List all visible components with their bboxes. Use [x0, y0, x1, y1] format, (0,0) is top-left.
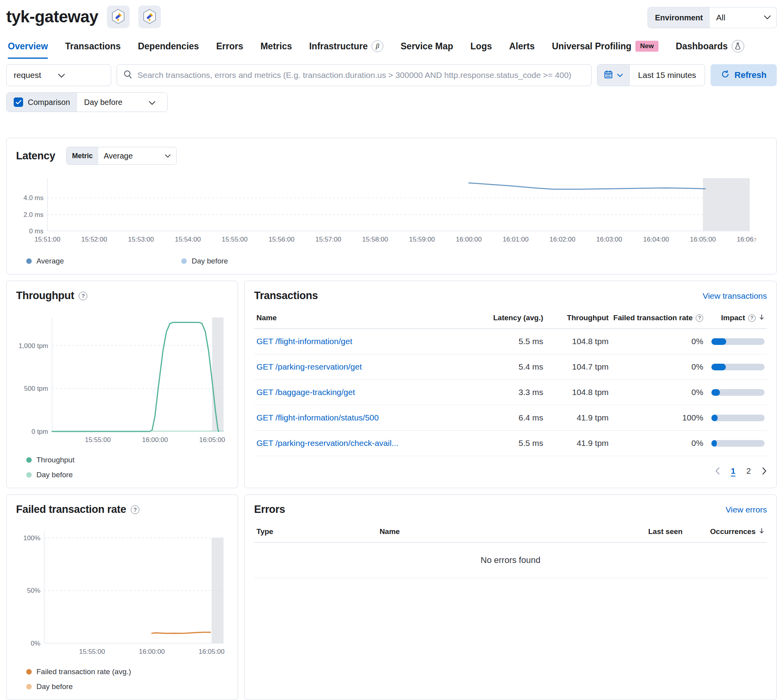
beaker-icon [732, 40, 744, 52]
svg-text:15:53:00: 15:53:00 [128, 236, 154, 243]
refresh-button[interactable]: Refresh [711, 64, 777, 86]
filter-bar: request [6, 64, 777, 86]
page-1-button[interactable]: 1 [731, 466, 736, 476]
previous-page-button[interactable] [715, 467, 720, 475]
throughput-cell: 104.8 tpm [546, 329, 611, 354]
view-errors-link[interactable]: View errors [725, 505, 767, 514]
svg-text:15:55:00: 15:55:00 [222, 236, 247, 243]
tab-transactions[interactable]: Transactions [65, 40, 121, 59]
transactions-table: Name Latency (avg.) Throughput Failed tr… [254, 308, 767, 456]
svg-text:15:52:00: 15:52:00 [81, 236, 107, 243]
tab-label: Overview [8, 41, 48, 52]
view-transactions-link[interactable]: View transactions [703, 291, 767, 301]
impact-bar [711, 364, 765, 370]
tab-service-map[interactable]: Service Map [401, 40, 453, 59]
latency-cell: 6.4 ms [475, 405, 546, 431]
tab-label: Dashboards [676, 41, 728, 52]
impact-bar [711, 389, 765, 396]
help-icon[interactable]: ? [79, 292, 87, 300]
comparison-checkbox-group: Comparison [7, 93, 77, 112]
failed-rate-cell: 100% [611, 405, 706, 431]
sort-desc-icon [759, 314, 765, 322]
opentelemetry-agent-badge-2[interactable] [138, 5, 161, 28]
legend-item-day-before[interactable]: Day before [181, 257, 228, 265]
legend-item-throughput[interactable]: Throughput [26, 456, 228, 464]
no-errors-message: No errors found [254, 543, 767, 578]
column-header-latency: Latency (avg.) [475, 308, 546, 329]
transaction-type-value: request [14, 70, 58, 80]
errors-title: Errors [254, 503, 285, 516]
svg-text:16:01:00: 16:01:00 [503, 236, 529, 243]
latency-cell: 5.5 ms [475, 431, 546, 456]
beta-badge: β [372, 40, 383, 52]
svg-text:16:06:00: 16:06:00 [737, 236, 756, 243]
svg-text:4.0 ms: 4.0 ms [23, 194, 43, 202]
errors-panel: Errors View errors Type Name Last seen O… [244, 494, 777, 700]
svg-text:100%: 100% [23, 534, 40, 542]
transactions-panel: Transactions View transactions Name Late… [244, 281, 777, 488]
help-icon[interactable]: ? [748, 314, 756, 322]
tab-logs[interactable]: Logs [471, 40, 492, 59]
opentelemetry-agent-badge[interactable] [107, 5, 130, 28]
tab-errors[interactable]: Errors [216, 40, 243, 59]
svg-text:16:05:00: 16:05:00 [690, 236, 716, 243]
failed-rate-title: Failed transaction rate [16, 503, 126, 516]
column-header-impact[interactable]: Impact ? [705, 308, 767, 329]
column-header-occurrences[interactable]: Occurrences [685, 522, 767, 543]
tab-label: Errors [216, 41, 243, 52]
failed-rate-chart[interactable]: 0%50%100%15:55:0016:00:0016:05:00 [16, 529, 227, 658]
legend-item-day-before[interactable]: Day before [26, 682, 228, 691]
svg-text:15:56:00: 15:56:00 [269, 236, 294, 243]
latency-legend: Average Day before [16, 257, 767, 265]
throughput-chart[interactable]: 0 tpm500 tpm1,000 tpm15:55:0016:00:0016:… [16, 315, 227, 446]
transaction-type-select[interactable]: request [6, 64, 111, 86]
comparison-checkbox[interactable] [14, 97, 23, 107]
tab-metrics[interactable]: Metrics [260, 40, 292, 59]
throughput-cell: 41.9 tpm [546, 431, 611, 456]
comparison-select[interactable]: Day before [77, 93, 167, 112]
page-2-button[interactable]: 2 [746, 466, 751, 476]
legend-item-failed-rate[interactable]: Failed transaction rate (avg.) [26, 668, 228, 676]
transaction-link[interactable]: GET /flight-information/status/500 [256, 413, 379, 422]
tab-infrastructure[interactable]: Infrastructure β [309, 40, 384, 59]
help-icon[interactable]: ? [696, 314, 703, 322]
transaction-row: GET /baggage-tracking/get 3.3 ms 104.8 t… [254, 380, 767, 405]
search-input[interactable] [137, 70, 585, 80]
latency-metric-select[interactable]: Metric Average [66, 147, 177, 165]
transaction-link[interactable]: GET /baggage-tracking/get [256, 388, 355, 397]
tab-overview[interactable]: Overview [8, 40, 48, 59]
failed-transaction-rate-panel: Failed transaction rate ? 0%50%100%15:55… [6, 494, 238, 700]
time-range-button[interactable]: Last 15 minutes [630, 70, 705, 80]
latency-chart[interactable]: 0 ms2.0 ms4.0 ms15:51:0015:52:0015:53:00… [16, 177, 756, 245]
chevron-down-icon [58, 70, 102, 80]
environment-value: All [710, 7, 764, 28]
next-page-button[interactable] [762, 467, 767, 475]
legend-label: Day before [191, 257, 228, 265]
failed-rate-cell: 0% [611, 431, 706, 456]
errors-table: Type Name Last seen Occurrences [254, 522, 767, 543]
legend-item-average[interactable]: Average [26, 257, 64, 265]
legend-label: Failed transaction rate (avg.) [36, 668, 131, 676]
tab-universal-profiling[interactable]: Universal Profiling New [552, 40, 659, 59]
environment-select[interactable]: Environment All [648, 7, 777, 28]
legend-item-day-before[interactable]: Day before [26, 471, 228, 479]
legend-dot [26, 684, 32, 689]
date-picker-calendar-button[interactable] [597, 65, 630, 86]
column-header-throughput: Throughput [546, 308, 611, 329]
failed-rate-legend: Failed transaction rate (avg.) Day befor… [16, 668, 228, 691]
calendar-icon [604, 70, 613, 81]
apm-service-overview-page: tyk-gateway [0, 0, 783, 700]
transaction-link[interactable]: GET /flight-information/get [256, 337, 352, 346]
tab-alerts[interactable]: Alerts [509, 40, 534, 59]
help-icon[interactable]: ? [131, 505, 139, 514]
throughput-cell: 104.7 tpm [546, 354, 611, 380]
svg-text:1,000 tpm: 1,000 tpm [18, 342, 48, 350]
transaction-link[interactable]: GET /parking-reservation/get [256, 362, 362, 371]
transaction-row: GET /parking-reservation/get 5.4 ms 104.… [254, 354, 767, 380]
tab-dependencies[interactable]: Dependencies [138, 40, 199, 59]
latency-title: Latency [16, 150, 55, 162]
svg-text:16:04:00: 16:04:00 [643, 236, 669, 243]
tab-dashboards[interactable]: Dashboards [676, 40, 744, 59]
transaction-link[interactable]: GET /parking-reservation/check-avail... [256, 438, 399, 447]
column-header-name: Name [254, 308, 475, 329]
